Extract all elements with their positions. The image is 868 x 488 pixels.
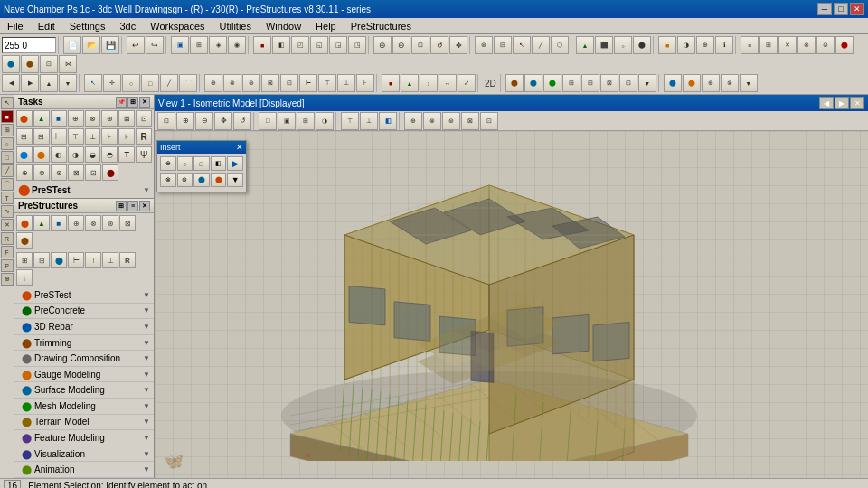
left-tb-8[interactable]: ∿ [1, 205, 14, 218]
prestructures-header[interactable]: PreStructures ⊞ ≡ ✕ [14, 199, 154, 213]
tb-grid-btn[interactable]: ⊟ [494, 36, 512, 54]
task-icon-27[interactable]: ⊛ [51, 164, 67, 181]
tb2-f5[interactable]: ⤢ [458, 74, 476, 92]
task-icon-17[interactable]: ⬤ [16, 146, 33, 163]
view-prev-btn[interactable]: ◀ [819, 97, 834, 109]
ps-icon-8[interactable]: ⬤ [16, 232, 33, 249]
minimize-button[interactable]: ─ [817, 3, 832, 15]
tasks-pin-icon[interactable]: 📌 [116, 97, 127, 108]
task-icon-3[interactable]: ■ [51, 110, 67, 127]
ps-icon-13[interactable]: ⊤ [85, 252, 101, 268]
menu-window[interactable]: Window [260, 20, 307, 33]
task-icon-14[interactable]: ⊦ [101, 128, 118, 145]
tb2-arc[interactable]: ⌒ [179, 74, 197, 92]
tb2-f2[interactable]: ▲ [401, 74, 419, 92]
tb-btn-12[interactable]: ◳ [348, 36, 366, 54]
tb2-snap2[interactable]: ⊗ [223, 74, 241, 92]
task-icon-15[interactable]: ⊧ [118, 128, 135, 145]
view-canvas[interactable]: Insert ✕ ⊕ ○ □ ◧ ▶ ⊗ ⊛ ⬤ ⬤ [155, 131, 868, 478]
tb-btn-4[interactable]: ⊞ [190, 36, 208, 54]
tb2-circle[interactable]: ○ [122, 74, 140, 92]
tb2-down-arrow[interactable]: ▼ [638, 74, 656, 92]
vt-more2[interactable]: ⊗ [423, 112, 441, 130]
menu-prestructures[interactable]: PreStructures [345, 20, 417, 33]
tb-btn-8[interactable]: ◧ [272, 36, 290, 54]
subpanel-feature-modeling[interactable]: ⬤ Feature Modeling ▼ [14, 430, 154, 446]
vt-more4[interactable]: ⊠ [461, 112, 479, 130]
tb2-snap4[interactable]: ⊠ [261, 74, 279, 92]
tb2-snap8[interactable]: ⊥ [337, 74, 355, 92]
view-close-btn[interactable]: ✕ [850, 97, 864, 109]
tb-extra6[interactable]: ⊡ [40, 55, 58, 73]
tb-new-btn[interactable]: 📄 [63, 36, 81, 54]
left-tb-1[interactable]: ■ [1, 110, 14, 123]
task-icon-20[interactable]: ◑ [68, 146, 84, 163]
fd-btn-8[interactable]: ⬤ [193, 173, 210, 187]
tb2-g1[interactable]: ⬤ [505, 74, 524, 92]
tb-delete-btn[interactable]: ✕ [778, 36, 797, 54]
tb2-f4[interactable]: ↔ [439, 74, 457, 92]
tb2-cross[interactable]: ✛ [103, 74, 121, 92]
vt-more3[interactable]: ⊛ [442, 112, 460, 130]
tb-3d-btn2[interactable]: ⬛ [595, 36, 613, 54]
tb-3d-btn1[interactable]: ▲ [576, 36, 594, 54]
menu-help[interactable]: Help [310, 20, 342, 33]
menu-edit[interactable]: Edit [33, 20, 61, 33]
left-tb-12[interactable]: P [1, 259, 14, 272]
ps-icon-1[interactable]: ⬤ [16, 215, 33, 231]
ps-icon-10[interactable]: ⊟ [33, 252, 50, 268]
ps-close-icon[interactable]: ✕ [139, 201, 150, 211]
subpanel-animation[interactable]: ⬤ Animation ▼ [14, 462, 154, 478]
task-icon-1[interactable]: ⬤ [16, 110, 33, 127]
task-icon-28[interactable]: ⊠ [68, 164, 84, 181]
tb-save-btn[interactable]: 💾 [101, 36, 119, 54]
tb-extra7[interactable]: ⋈ [59, 55, 77, 73]
task-icon-5[interactable]: ⊗ [85, 110, 101, 127]
left-tb-10[interactable]: R [1, 232, 14, 245]
subpanel-gauge-modeling[interactable]: ⬤ Gauge Modeling ▼ [14, 367, 154, 383]
tb-measure-btn[interactable]: ⊕ [696, 36, 714, 54]
tb-extra2[interactable]: ⊘ [816, 36, 835, 54]
ps-icon-11[interactable]: ⬤ [51, 252, 67, 268]
tb-select-btn[interactable]: ↖ [513, 36, 531, 54]
tb-layer-btn[interactable]: ≡ [741, 36, 759, 54]
ps-icon-12[interactable]: ⊢ [68, 252, 84, 268]
tb-3d-btn4[interactable]: ⬤ [633, 36, 651, 54]
tb2-btn1[interactable]: ◀ [2, 74, 20, 92]
tb-btn-10[interactable]: ◱ [310, 36, 328, 54]
subpanel-3drebar[interactable]: ⬤ 3D Rebar ▼ [14, 319, 154, 335]
tb2-h2[interactable]: ⬤ [683, 74, 701, 92]
vt-wire[interactable]: ⊞ [297, 112, 315, 130]
tb2-snap3[interactable]: ⊛ [242, 74, 260, 92]
tb-snap-btn[interactable]: ⊛ [475, 36, 493, 54]
float-dialog-close[interactable]: ✕ [236, 143, 243, 152]
menu-settings[interactable]: Settings [64, 20, 111, 33]
fd-btn-4[interactable]: ◧ [211, 156, 227, 171]
tb2-h3[interactable]: ⊕ [702, 74, 720, 92]
task-icon-6[interactable]: ⊛ [101, 110, 118, 127]
tb2-box[interactable]: □ [141, 74, 159, 92]
task-icon-30[interactable]: ⬤ [102, 164, 118, 181]
tb-props-btn[interactable]: ℹ [715, 36, 733, 54]
vt-fit[interactable]: ⊡ [157, 112, 175, 130]
tb2-snap6[interactable]: ⊢ [299, 74, 317, 92]
tb-extra5[interactable]: ⬤ [21, 55, 39, 73]
tb2-g2[interactable]: ⬤ [524, 74, 542, 92]
fd-btn-6[interactable]: ⊗ [160, 173, 176, 187]
tb-pan[interactable]: ✥ [449, 36, 467, 54]
left-tb-9[interactable]: ✕ [1, 219, 14, 231]
tb2-snap9[interactable]: ⊦ [356, 74, 374, 92]
task-icon-24[interactable]: Ψ [136, 146, 152, 163]
ps-icon-3[interactable]: ■ [51, 215, 67, 231]
search-input[interactable] [2, 37, 56, 53]
ps-icon-2[interactable]: ▲ [33, 215, 50, 231]
tb-btn-7[interactable]: ■ [253, 36, 271, 54]
vt-top[interactable]: ⊤ [341, 112, 359, 130]
task-icon-19[interactable]: ◐ [51, 146, 67, 163]
task-icon-8[interactable]: ⊡ [136, 110, 152, 127]
ps-icon-6[interactable]: ⊛ [102, 215, 118, 231]
tb2-h4[interactable]: ⊗ [721, 74, 739, 92]
task-icon-10[interactable]: ⊟ [33, 128, 50, 145]
subpanel-preconcrete[interactable]: ⬤ PreConcrete ▼ [14, 304, 154, 320]
tb-btn-11[interactable]: ◲ [329, 36, 347, 54]
